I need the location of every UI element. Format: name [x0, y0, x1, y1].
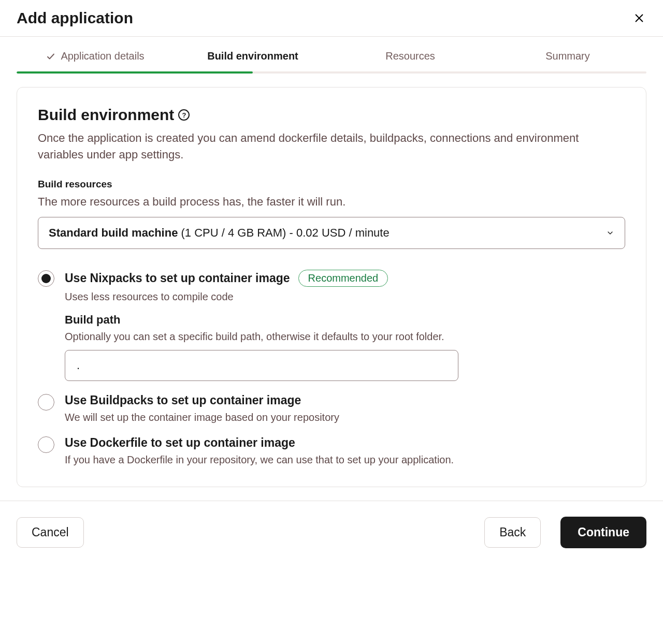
- modal-header: Add application: [0, 0, 663, 37]
- progress-fill: [17, 71, 253, 74]
- build-resources-title: Build resources: [38, 179, 625, 190]
- radio-dockerfile[interactable]: [38, 436, 54, 453]
- tab-label: Resources: [385, 50, 435, 62]
- radio-description: Uses less resources to compile code: [65, 291, 625, 303]
- build-path-description: Optionally you can set a specific build …: [65, 331, 625, 343]
- close-icon: [633, 12, 645, 24]
- build-path-title: Build path: [65, 313, 625, 327]
- radio-option-buildpacks: Use Buildpacks to set up container image…: [38, 393, 625, 423]
- cancel-button[interactable]: Cancel: [17, 517, 84, 548]
- build-environment-card: Build environment ? Once the application…: [17, 87, 646, 487]
- continue-button[interactable]: Continue: [560, 517, 646, 548]
- tab-label: Application details: [61, 50, 144, 62]
- section-title: Build environment: [38, 106, 174, 124]
- build-path-input[interactable]: [65, 350, 458, 381]
- radio-nixpacks[interactable]: [38, 270, 54, 287]
- radio-title: Use Dockerfile to set up container image: [65, 436, 295, 450]
- build-path-section: Build path Optionally you can set a spec…: [65, 313, 625, 381]
- tab-label: Summary: [545, 50, 590, 62]
- footer: Cancel Back Continue: [0, 501, 663, 564]
- stepper-tabs: Application details Build environment Re…: [17, 37, 646, 71]
- radio-title: Use Buildpacks to set up container image: [65, 393, 301, 407]
- radio-description: If you have a Dockerfile in your reposit…: [65, 454, 625, 466]
- build-resources-description: The more resources a build process has, …: [38, 195, 625, 209]
- radio-title: Use Nixpacks to set up container image: [65, 271, 290, 285]
- tab-application-details[interactable]: Application details: [17, 50, 174, 71]
- recommended-badge: Recommended: [298, 270, 388, 287]
- tab-summary[interactable]: Summary: [489, 50, 646, 71]
- section-description: Once the application is created you can …: [38, 130, 625, 163]
- section-title-row: Build environment ?: [38, 106, 625, 124]
- tab-resources[interactable]: Resources: [332, 50, 489, 71]
- tab-build-environment[interactable]: Build environment: [174, 50, 332, 71]
- checkmark-icon: [46, 52, 55, 61]
- page-title: Add application: [17, 9, 133, 27]
- select-label-strong: Standard build machine: [49, 226, 181, 239]
- help-icon[interactable]: ?: [178, 109, 190, 121]
- radio-option-dockerfile: Use Dockerfile to set up container image…: [38, 436, 625, 466]
- select-label-detail: (1 CPU / 4 GB RAM) - 0.02 USD / minute: [181, 226, 389, 239]
- container-setup-radio-group: Use Nixpacks to set up container image R…: [38, 270, 625, 466]
- back-button[interactable]: Back: [484, 517, 541, 548]
- build-machine-select[interactable]: Standard build machine (1 CPU / 4 GB RAM…: [38, 217, 625, 249]
- chevron-down-icon: [606, 229, 614, 237]
- close-button[interactable]: [632, 11, 646, 25]
- select-value: Standard build machine (1 CPU / 4 GB RAM…: [49, 226, 390, 240]
- progress-bar: [17, 71, 646, 74]
- radio-buildpacks[interactable]: [38, 394, 54, 411]
- radio-description: We will set up the container image based…: [65, 412, 625, 423]
- radio-option-nixpacks: Use Nixpacks to set up container image R…: [38, 270, 625, 381]
- tab-label: Build environment: [207, 50, 298, 62]
